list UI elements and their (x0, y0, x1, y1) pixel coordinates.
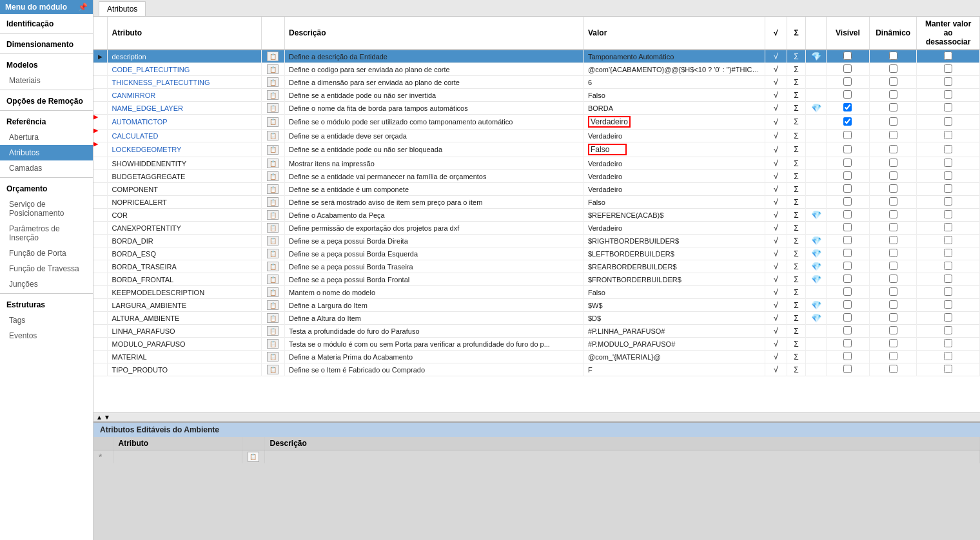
manter-checkbox[interactable] (944, 262, 952, 270)
vis-checkbox[interactable] (843, 52, 852, 60)
table-row[interactable]: MODULO_PARAFUSO📋Testa se o módulo é com … (93, 338, 980, 351)
row-manter-cell[interactable] (917, 273, 980, 286)
vis-checkbox[interactable] (843, 171, 852, 180)
row-vis-cell[interactable] (826, 209, 869, 222)
din-checkbox[interactable] (889, 159, 897, 167)
row-vis-cell[interactable] (826, 222, 869, 235)
vis-checkbox[interactable] (843, 339, 852, 347)
vis-checkbox[interactable] (843, 326, 852, 334)
row-edit-icon[interactable]: 📋 (267, 262, 279, 271)
din-checkbox[interactable] (889, 184, 897, 193)
sidebar-item-estruturas[interactable]: Estruturas (0, 295, 93, 313)
sidebar-item-função-de-porta[interactable]: Função de Porta (0, 246, 93, 261)
row-vis-cell[interactable] (826, 89, 869, 102)
row-vis-cell[interactable] (826, 76, 869, 89)
table-row[interactable]: MATERIAL📋Define a Materia Prima do Acaba… (93, 351, 980, 363)
table-row[interactable]: BORDA_TRASEIRA📋Define se a peça possui B… (93, 260, 980, 273)
vis-checkbox[interactable] (843, 145, 852, 153)
row-din-cell[interactable] (870, 183, 917, 196)
vis-checkbox[interactable] (843, 90, 852, 99)
manter-checkbox[interactable] (944, 339, 952, 347)
row-edit-icon[interactable]: 📋 (267, 131, 279, 140)
table-row[interactable]: AUTOMATICTOP📋Define se o módulo pode ser… (93, 115, 980, 130)
sidebar-item-identificação[interactable]: Identificação (0, 14, 93, 32)
vis-checkbox[interactable] (843, 223, 852, 231)
row-din-cell[interactable] (870, 299, 917, 312)
row-icon-cell[interactable]: 📋 (261, 247, 285, 260)
row-vis-cell[interactable] (826, 363, 869, 376)
pin-icon[interactable]: 📌 (78, 3, 88, 12)
row-edit-icon[interactable]: 📋 (267, 287, 279, 297)
vis-checkbox[interactable] (843, 275, 852, 283)
row-edit-icon[interactable]: 📋 (267, 313, 279, 323)
row-din-cell[interactable] (870, 157, 917, 170)
row-edit-icon[interactable]: 📋 (267, 103, 279, 113)
tab-atributos[interactable]: Atributos (99, 1, 146, 16)
row-icon-cell[interactable]: 📋 (261, 102, 285, 115)
table-row[interactable]: CANEXPORTENTITY📋Define permissão de expo… (93, 222, 980, 235)
row-icon-cell[interactable]: 📋 (261, 130, 285, 142)
row-din-cell[interactable] (870, 351, 917, 363)
manter-checkbox[interactable] (944, 103, 952, 111)
row-edit-icon[interactable]: 📋 (267, 171, 279, 181)
row-din-cell[interactable] (870, 235, 917, 247)
row-din-cell[interactable] (870, 260, 917, 273)
table-row[interactable]: ▶description📋Define a descrição da Entid… (93, 50, 980, 63)
row-edit-icon[interactable]: 📋 (267, 77, 279, 87)
row-edit-icon[interactable]: 📋 (267, 352, 279, 362)
vis-checkbox[interactable] (843, 262, 852, 270)
din-checkbox[interactable] (889, 210, 897, 218)
row-icon-cell[interactable]: 📋 (261, 89, 285, 102)
table-row[interactable]: LARGURA_AMBIENTE📋Define a Largura do Ite… (93, 299, 980, 312)
row-din-cell[interactable] (870, 170, 917, 183)
sidebar-item-abertura[interactable]: Abertura (0, 130, 93, 145)
manter-checkbox[interactable] (944, 223, 952, 231)
row-edit-icon[interactable]: 📋 (267, 159, 279, 168)
row-icon-cell[interactable]: 📋 (261, 170, 285, 183)
row-manter-cell[interactable] (917, 325, 980, 338)
sidebar-item-parâmetros-de-inserção[interactable]: Parâmetros de Inserção (0, 221, 93, 246)
row-icon-cell[interactable]: 📋 (261, 299, 285, 312)
row-edit-icon[interactable]: 📋 (267, 339, 279, 349)
bottom-attr-cell[interactable] (113, 450, 242, 464)
bottom-icon-cell[interactable]: 📋 (242, 450, 264, 464)
row-vis-cell[interactable] (826, 312, 869, 325)
din-checkbox[interactable] (889, 352, 897, 360)
row-manter-cell[interactable] (917, 363, 980, 376)
din-checkbox[interactable] (889, 300, 897, 309)
vis-checkbox[interactable] (843, 64, 852, 73)
row-icon-cell[interactable]: 📋 (261, 115, 285, 130)
table-row[interactable]: TIPO_PRODUTO📋Define se o Item é Fabricad… (93, 363, 980, 376)
row-vis-cell[interactable] (826, 102, 869, 115)
manter-checkbox[interactable] (944, 300, 952, 309)
attribute-table-container[interactable]: Atributo Descrição Valor √ Σ Visível Din… (93, 17, 980, 412)
table-row[interactable]: CODE_PLATECUTTING📋Define o codigo para s… (93, 63, 980, 76)
vis-checkbox[interactable] (843, 184, 852, 193)
din-checkbox[interactable] (889, 145, 897, 153)
row-vis-cell[interactable] (826, 63, 869, 76)
row-din-cell[interactable] (870, 363, 917, 376)
row-vis-cell[interactable] (826, 170, 869, 183)
manter-checkbox[interactable] (944, 352, 952, 360)
row-vis-cell[interactable] (826, 351, 869, 363)
row-vis-cell[interactable] (826, 50, 869, 63)
row-vis-cell[interactable] (826, 286, 869, 299)
row-icon-cell[interactable]: 📋 (261, 273, 285, 286)
vis-checkbox[interactable] (843, 103, 852, 111)
row-vis-cell[interactable] (826, 299, 869, 312)
sidebar-item-camadas[interactable]: Camadas (0, 160, 93, 176)
din-checkbox[interactable] (889, 197, 897, 206)
manter-checkbox[interactable] (944, 326, 952, 334)
row-manter-cell[interactable] (917, 50, 980, 63)
row-vis-cell[interactable] (826, 247, 869, 260)
row-icon-cell[interactable]: 📋 (261, 312, 285, 325)
vis-checkbox[interactable] (843, 197, 852, 206)
row-manter-cell[interactable] (917, 286, 980, 299)
row-din-cell[interactable] (870, 338, 917, 351)
row-icon-cell[interactable]: 📋 (261, 157, 285, 170)
sidebar-item-referência[interactable]: Referência (0, 112, 93, 130)
table-row[interactable]: BORDA_FRONTAL📋Define se a peça possui Bo… (93, 273, 980, 286)
din-checkbox[interactable] (889, 287, 897, 296)
row-icon-cell[interactable]: 📋 (261, 260, 285, 273)
vis-checkbox[interactable] (843, 210, 852, 218)
